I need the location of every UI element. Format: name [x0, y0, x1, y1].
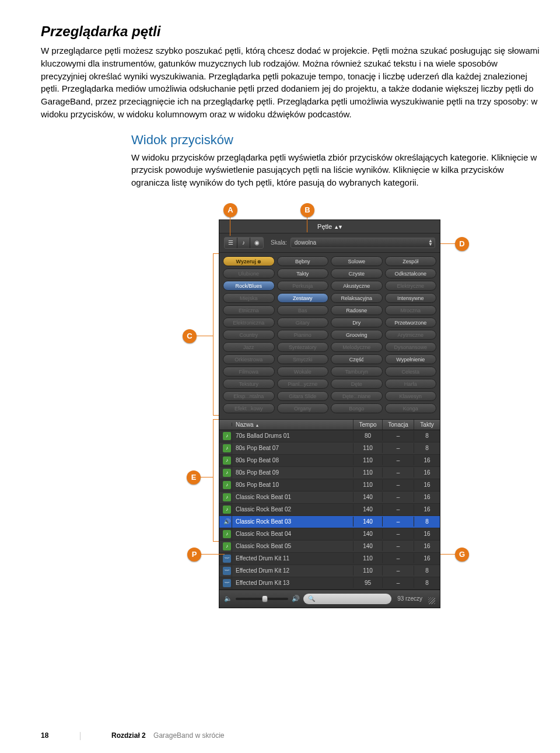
category-button[interactable]: Solowe — [331, 256, 383, 266]
resize-handle[interactable] — [428, 597, 435, 604]
result-count: 93 rzeczy — [397, 595, 422, 602]
results-row[interactable]: ♪Classic Rock Beat 04140–16 — [219, 528, 440, 541]
category-button[interactable]: Intensywne — [385, 293, 437, 303]
category-button[interactable]: Bas — [277, 305, 329, 315]
category-button[interactable]: Eksp...ntalna — [223, 391, 275, 401]
category-button[interactable]: Dęte — [331, 379, 383, 389]
category-button[interactable]: Elektryczne — [385, 281, 437, 291]
category-button[interactable]: Gitara Slide — [277, 391, 329, 401]
loop-type-icon: 〰 — [223, 567, 231, 575]
page-title: Przeglądarka pętli — [41, 23, 542, 40]
results-row[interactable]: ♪Classic Rock Beat 05140–16 — [219, 541, 440, 553]
category-button[interactable]: Część — [331, 354, 383, 364]
category-button[interactable]: Organy — [277, 403, 329, 413]
category-button[interactable]: Czyste — [331, 269, 383, 278]
loop-type-icon: ♪ — [223, 493, 231, 501]
loop-type-icon: ♪ — [223, 506, 231, 514]
category-button[interactable]: Filmowa — [223, 367, 275, 376]
view-podcast-button[interactable]: ◉ — [250, 238, 263, 248]
section-heading: Widok przycisków — [131, 133, 542, 148]
category-button[interactable]: Perkusja — [277, 281, 329, 291]
section-paragraph: W widoku przycisków przeglądarka pętli w… — [131, 151, 542, 189]
search-field[interactable]: 🔍 — [303, 594, 391, 604]
results-row[interactable]: 〰Effected Drum Kit 11110–16 — [219, 553, 440, 565]
category-button[interactable]: Wypełnienie — [385, 354, 437, 364]
category-button[interactable]: Zestawy — [277, 293, 329, 303]
category-button[interactable]: Dęte...niane — [331, 391, 383, 401]
category-button[interactable]: Country — [223, 330, 275, 340]
category-button[interactable]: Akustyczne — [331, 281, 383, 291]
callout-d: D — [455, 237, 469, 251]
category-button[interactable]: Grooving — [331, 330, 383, 340]
category-button[interactable]: Tekstury — [223, 379, 275, 389]
column-tempo[interactable]: Tempo — [354, 420, 383, 430]
loop-type-icon: ♪ — [223, 432, 231, 440]
view-switcher: ☰ ♪ ◉ — [224, 237, 264, 249]
category-button[interactable]: Rock/Blues — [223, 281, 275, 291]
column-name[interactable]: Nazwa▲ — [232, 420, 354, 430]
scale-dropdown[interactable]: dowolna ▲▼ — [290, 238, 435, 248]
results-header: Nazwa▲ Tempo Tonacja Takty — [219, 420, 440, 430]
view-music-button[interactable]: ♪ — [237, 238, 250, 248]
category-button[interactable]: Efekt...kowy — [223, 403, 275, 413]
category-button[interactable]: Klawesyn — [385, 391, 437, 401]
category-button[interactable]: Miejska — [223, 293, 275, 303]
results-row[interactable]: ♪80s Pop Beat 08110–16 — [219, 455, 440, 467]
category-button[interactable]: Wyzeruj⊗ — [223, 256, 275, 266]
category-button[interactable]: Celesta — [385, 367, 437, 376]
panel-footer: 🔈 🔊 🔍 93 rzeczy — [219, 590, 440, 608]
results-row[interactable]: 〰Effected Drum Kit 1395–8 — [219, 577, 440, 590]
category-button[interactable]: Syntezatory — [277, 342, 329, 352]
category-button[interactable]: Melodyczne — [331, 342, 383, 352]
volume-slider[interactable] — [236, 598, 288, 600]
category-button[interactable]: Konga — [385, 403, 437, 413]
page-number: 18 — [41, 731, 48, 740]
toolbar: ☰ ♪ ◉ Skala: dowolna ▲▼ — [219, 233, 440, 253]
category-button[interactable]: Jazz — [223, 342, 275, 352]
speaker-icon: 🔊 — [223, 518, 231, 526]
category-button[interactable]: Pianl...yczne — [277, 379, 329, 389]
results-row[interactable]: 〰Effected Drum Kit 12110–8 — [219, 565, 440, 577]
callout-e: E — [187, 470, 201, 484]
category-button[interactable]: Relaksacyjna — [331, 293, 383, 303]
category-button[interactable]: Dysonansowe — [385, 342, 437, 352]
category-button[interactable]: Odkształcone — [385, 269, 437, 278]
results-row[interactable]: ♪Classic Rock Beat 01140–16 — [219, 491, 440, 504]
category-button[interactable]: Elektroniczna — [223, 318, 275, 327]
search-icon: 🔍 — [308, 595, 315, 602]
category-button[interactable]: Orkiestrowa — [223, 354, 275, 364]
category-button[interactable]: Smyczki — [277, 354, 329, 364]
column-beats[interactable]: Takty — [414, 420, 440, 430]
loop-type-icon: 〰 — [223, 555, 231, 563]
category-button[interactable]: Mroczna — [385, 305, 437, 315]
results-row[interactable]: ♪Classic Rock Beat 02140–16 — [219, 504, 440, 516]
results-row[interactable]: ♪70s Ballad Drums 0180–8 — [219, 430, 440, 442]
category-button[interactable]: Przetworzone — [385, 318, 437, 327]
category-button[interactable]: Ulubione — [223, 269, 275, 278]
results-row[interactable]: ♪80s Pop Beat 09110–16 — [219, 467, 440, 479]
view-columns-button[interactable]: ☰ — [225, 238, 237, 248]
intro-paragraph: W przeglądarce pętli możesz szybko poszu… — [41, 44, 542, 121]
chapter-title: GarageBand w skrócie — [153, 731, 224, 740]
category-button[interactable]: Takty — [277, 269, 329, 278]
results-row[interactable]: ♪80s Pop Beat 07110–8 — [219, 442, 440, 455]
loop-browser-panel: Pętle▲▼ ☰ ♪ ◉ Skala: dowolna ▲▼ Wyzeruj⊗… — [219, 219, 440, 608]
category-button[interactable]: Arytmiczne — [385, 330, 437, 340]
category-button[interactable]: Wokale — [277, 367, 329, 376]
category-button[interactable]: Gitary — [277, 318, 329, 327]
category-button[interactable]: Harfa — [385, 379, 437, 389]
results-row[interactable]: ♪80s Pop Beat 10110–16 — [219, 479, 440, 491]
loop-type-icon: ♪ — [223, 481, 231, 489]
category-button[interactable]: Etniczna — [223, 305, 275, 315]
category-button[interactable]: Radosne — [331, 305, 383, 315]
category-button[interactable]: Pianino — [277, 330, 329, 340]
panel-title[interactable]: Pętle▲▼ — [219, 220, 440, 233]
category-button[interactable]: Bębny — [277, 256, 329, 266]
column-key[interactable]: Tonacja — [383, 420, 414, 430]
callout-b: B — [300, 203, 314, 217]
category-button[interactable]: Zespół — [385, 256, 437, 266]
category-button[interactable]: Bongo — [331, 403, 383, 413]
category-button[interactable]: Dry — [331, 318, 383, 327]
category-button[interactable]: Tamburyn — [331, 367, 383, 376]
results-row[interactable]: 🔊Classic Rock Beat 03140–8 — [219, 516, 440, 528]
